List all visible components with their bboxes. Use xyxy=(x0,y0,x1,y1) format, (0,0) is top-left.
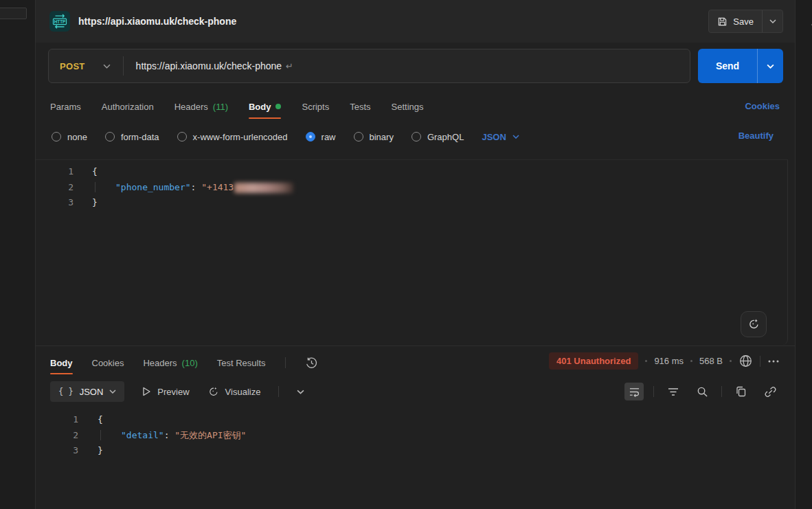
link-icon xyxy=(765,386,776,398)
chevron-down-icon xyxy=(512,135,519,139)
braces-glyph: { } xyxy=(58,387,74,396)
beautify-link[interactable]: Beautify xyxy=(738,131,774,141)
tab-settings[interactable]: Settings xyxy=(392,93,424,120)
preview-label: Preview xyxy=(157,387,189,397)
copy-button[interactable] xyxy=(732,383,751,400)
response-tab-cookies[interactable]: Cookies xyxy=(92,349,124,376)
send-options-button[interactable] xyxy=(757,49,783,83)
tab-body[interactable]: Body xyxy=(249,93,282,120)
response-history-icon[interactable] xyxy=(305,357,318,370)
brace-token: } xyxy=(98,445,103,455)
mode-graphql[interactable]: GraphQL xyxy=(411,132,464,142)
mode-label: x-www-form-urlencoded xyxy=(193,132,288,142)
radio-icon[interactable] xyxy=(354,132,363,142)
tab-headers[interactable]: Headers (11) xyxy=(174,93,228,120)
search-icon xyxy=(697,386,708,398)
response-time[interactable]: 916 ms xyxy=(654,356,684,366)
mode-x-www-form-urlencoded[interactable]: x-www-form-urlencoded xyxy=(177,132,288,142)
radio-icon[interactable] xyxy=(177,132,187,142)
collapse-arrow-icon[interactable] xyxy=(808,21,812,28)
save-button-label: Save xyxy=(733,16,754,27)
preview-button[interactable]: Preview xyxy=(142,387,189,397)
tab-label: Tests xyxy=(350,102,370,112)
method-selector[interactable]: POST xyxy=(49,61,123,71)
more-options-icon[interactable] xyxy=(767,359,780,363)
sidebar-collapsed-item[interactable] xyxy=(0,8,27,19)
divider xyxy=(721,386,722,397)
mode-label: form-data xyxy=(121,132,159,142)
code-content: { xyxy=(98,412,103,428)
wrap-text-button[interactable] xyxy=(624,383,644,400)
response-size[interactable]: 568 B xyxy=(699,356,723,366)
url-input[interactable]: https://api.xiaomu.uk/check-phone xyxy=(136,60,282,71)
meta-separator-dot xyxy=(645,360,647,362)
response-format-button[interactable]: { } JSON xyxy=(50,381,124,402)
status-badge[interactable]: 401 Unauthorized xyxy=(549,352,638,370)
visualize-label: Visualize xyxy=(225,387,261,397)
filter-button[interactable] xyxy=(664,383,683,400)
line-number: 1 xyxy=(36,164,74,180)
redacted-phone-value xyxy=(234,183,293,193)
sparkle-circle-icon xyxy=(207,386,219,398)
response-tab-headers[interactable]: Headers (10) xyxy=(143,349,197,376)
mode-label: GraphQL xyxy=(427,132,464,142)
body-modified-dot xyxy=(275,104,281,109)
mode-binary[interactable]: binary xyxy=(354,132,394,142)
tab-label: Cookies xyxy=(92,358,124,368)
colon-token: : xyxy=(164,430,175,440)
divider xyxy=(278,386,279,397)
tab-tests[interactable]: Tests xyxy=(350,93,370,120)
mode-form-data[interactable]: form-data xyxy=(105,132,159,142)
brace-token: } xyxy=(92,197,98,207)
mode-raw[interactable]: raw xyxy=(306,132,336,142)
format-label: JSON xyxy=(80,387,104,397)
indent-guide xyxy=(95,182,115,192)
line-number: 3 xyxy=(36,443,78,459)
save-button[interactable]: Save xyxy=(709,10,762,32)
code-line: 2 "phone_number": "+1413 xyxy=(36,180,787,196)
colon-token: : xyxy=(191,182,202,192)
mode-none[interactable]: none xyxy=(52,132,87,142)
http-method-icon: HTTP xyxy=(49,11,70,32)
save-options-button[interactable] xyxy=(762,10,782,32)
postbot-ai-button[interactable] xyxy=(741,311,767,337)
radio-selected-icon[interactable] xyxy=(306,132,315,142)
tab-scripts[interactable]: Scripts xyxy=(302,93,329,120)
radio-icon[interactable] xyxy=(411,132,421,142)
tab-label: Body xyxy=(249,102,271,112)
network-globe-icon[interactable] xyxy=(738,354,753,368)
cookies-link[interactable]: Cookies xyxy=(745,101,780,111)
radio-icon[interactable] xyxy=(105,132,115,142)
save-icon xyxy=(717,16,728,27)
brace-token: { xyxy=(92,166,98,177)
send-button[interactable]: Send xyxy=(698,49,757,83)
body-mode-row: none form-data x-www-form-urlencoded raw… xyxy=(52,127,519,146)
code-content: "phone_number": "+1413 xyxy=(92,180,293,196)
postbot-sparkle-icon xyxy=(747,317,760,331)
tab-params[interactable]: Params xyxy=(50,93,81,120)
code-line: 3 } xyxy=(36,443,788,459)
tab-authorization[interactable]: Authorization xyxy=(102,93,154,120)
chevron-down-icon[interactable] xyxy=(297,389,304,394)
divider xyxy=(653,386,654,397)
tab-label: Body xyxy=(50,358,73,368)
svg-text:HTTP: HTTP xyxy=(54,19,66,24)
meta-separator-dot xyxy=(690,360,692,362)
tab-label: Authorization xyxy=(102,102,154,112)
search-button[interactable] xyxy=(692,383,712,400)
radio-icon[interactable] xyxy=(52,132,61,142)
link-button[interactable] xyxy=(760,383,780,400)
chevron-down-icon xyxy=(109,389,116,394)
response-body-editor[interactable]: 1 { 2 "detail": "无效的API密钥" 3 } xyxy=(36,407,788,459)
response-tab-body[interactable]: Body xyxy=(50,349,73,376)
visualize-button[interactable]: Visualize xyxy=(207,386,261,398)
raw-format-selector[interactable]: JSON xyxy=(482,132,519,142)
meta-separator-dot xyxy=(730,360,732,362)
json-key-token: "detail" xyxy=(121,430,164,440)
url-bar-divider xyxy=(123,56,124,76)
chevron-down-icon xyxy=(767,64,774,69)
request-body-editor[interactable]: 1 { 2 "phone_number": "+1413 3 } xyxy=(36,159,788,345)
divider xyxy=(760,356,760,367)
response-tab-test-results[interactable]: Test Results xyxy=(217,349,266,376)
filter-icon xyxy=(668,387,679,396)
